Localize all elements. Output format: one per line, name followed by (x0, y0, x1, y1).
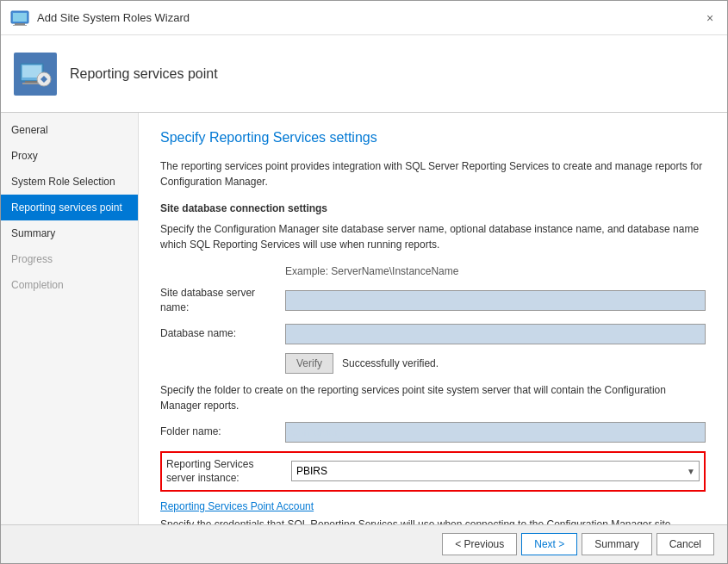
sidebar-item-summary[interactable]: Summary (1, 220, 138, 246)
site-db-server-label: Site database server name: (160, 286, 285, 315)
title-bar: Add Site System Roles Wizard × (1, 1, 727, 35)
wizard-header-icon (14, 53, 57, 96)
next-button[interactable]: Next > (521, 533, 577, 555)
sidebar-item-general[interactable]: General (1, 117, 138, 143)
footer: < Previous Next > Summary Cancel (1, 524, 727, 563)
svg-rect-6 (25, 81, 39, 83)
reporting-instance-select-wrapper: PBIRS MSSQLSERVER ▼ (291, 461, 700, 481)
wizard-header: Reporting services point (1, 35, 727, 113)
wizard-window: Add Site System Roles Wizard × Reporting… (0, 0, 728, 564)
verify-button[interactable]: Verify (285, 353, 333, 374)
verify-success-text: Successfully verified. (342, 357, 439, 369)
database-name-row: Database name: (160, 324, 706, 344)
folder-name-input[interactable] (285, 422, 706, 443)
svg-rect-3 (13, 25, 27, 26)
folder-description: Specify the folder to create on the repo… (160, 382, 706, 413)
folder-name-row: Folder name: (160, 422, 706, 443)
sidebar-item-progress: Progress (1, 246, 138, 272)
database-name-label: Database name: (160, 326, 285, 341)
wizard-header-title: Reporting services point (70, 66, 218, 82)
folder-name-label: Folder name: (160, 425, 285, 439)
cancel-button[interactable]: Cancel (656, 533, 714, 555)
main-content: Specify Reporting Services settings The … (139, 113, 727, 524)
svg-rect-2 (15, 23, 25, 25)
sidebar-item-system-role-selection[interactable]: System Role Selection (1, 169, 138, 195)
example-text: Example: ServerName\InstanceName (285, 265, 706, 277)
sidebar-item-completion: Completion (1, 272, 138, 298)
wizard-body: General Proxy System Role Selection Repo… (1, 113, 727, 524)
reporting-instance-row: Reporting Services server instance: PBIR… (166, 457, 700, 487)
verify-row: Verify Successfully verified. (285, 353, 706, 374)
site-db-server-input[interactable] (285, 290, 706, 311)
db-section-desc: Specify the Configuration Manager site d… (160, 221, 706, 252)
sidebar-item-reporting-services-point[interactable]: Reporting services point (1, 195, 138, 220)
reporting-instance-select[interactable]: PBIRS MSSQLSERVER (291, 461, 700, 481)
account-desc: Specify the credentials that SQL Reporti… (160, 517, 706, 524)
reporting-instance-label: Reporting Services server instance: (166, 457, 291, 487)
account-section-title[interactable]: Reporting Services Point Account (160, 500, 706, 512)
content-title: Specify Reporting Services settings (160, 130, 706, 146)
reporting-instance-highlight: Reporting Services server instance: PBIR… (160, 451, 706, 493)
database-name-input[interactable] (285, 324, 706, 344)
summary-button[interactable]: Summary (582, 533, 651, 555)
content-description: The reporting services point provides in… (160, 158, 706, 189)
previous-button[interactable]: < Previous (442, 533, 517, 555)
account-section: Reporting Services Point Account Specify… (160, 500, 706, 524)
title-bar-text: Add Site System Roles Wizard (37, 11, 701, 24)
db-section-header: Site database connection settings (160, 202, 706, 214)
site-db-server-row: Site database server name: (160, 286, 706, 315)
title-bar-icon (9, 8, 30, 28)
sidebar-item-proxy[interactable]: Proxy (1, 143, 138, 169)
sidebar: General Proxy System Role Selection Repo… (1, 113, 139, 524)
close-button[interactable]: × (701, 9, 719, 27)
svg-rect-1 (13, 13, 27, 22)
